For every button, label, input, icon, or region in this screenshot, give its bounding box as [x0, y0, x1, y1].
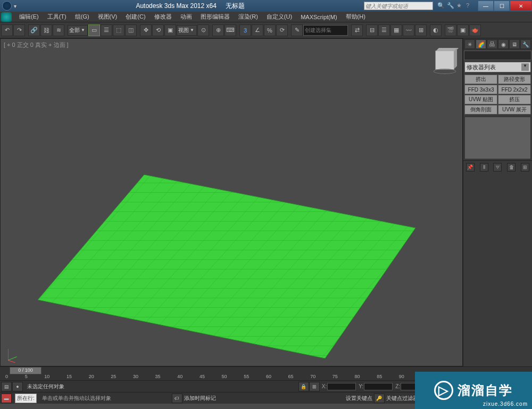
- menu-views[interactable]: 视图(V): [94, 12, 122, 22]
- select-manipulate-icon[interactable]: ⊕: [212, 24, 224, 36]
- maximize-button[interactable]: ☐: [494, 1, 510, 11]
- schematic-view-icon[interactable]: ⊞: [415, 24, 427, 36]
- ref-coord-system[interactable]: 视图▼: [177, 25, 197, 36]
- configure-sets-icon[interactable]: ⊞: [521, 163, 529, 171]
- display-tab-icon[interactable]: 🖥: [509, 39, 520, 49]
- utilities-tab-icon[interactable]: 🔧: [520, 39, 531, 49]
- hierarchy-tab-icon[interactable]: 品: [487, 39, 497, 49]
- lock-selection-icon[interactable]: 🔒: [298, 382, 309, 391]
- menu-bar: 编辑(E) 工具(T) 组(G) 视图(V) 创建(C) 修改器 动画 图形编辑…: [0, 12, 532, 22]
- minimize-button[interactable]: —: [478, 1, 494, 11]
- key-mode-icon[interactable]: 🔑: [374, 394, 385, 403]
- angle-snap-icon[interactable]: ∠: [252, 24, 263, 36]
- pin-stack-icon[interactable]: 📌: [466, 163, 475, 171]
- menu-help[interactable]: 帮助(H): [342, 12, 370, 22]
- menu-edit[interactable]: 编辑(E): [15, 12, 43, 22]
- menu-maxscript[interactable]: MAXScript(M): [296, 13, 341, 21]
- selection-filter[interactable]: 全部▼: [68, 25, 88, 36]
- window-crossing-icon[interactable]: ◫: [125, 24, 137, 36]
- edit-named-sel-icon[interactable]: ✎: [291, 24, 303, 36]
- menu-rendering[interactable]: 渲染(R): [234, 12, 262, 22]
- select-object-icon[interactable]: ▭: [88, 24, 100, 36]
- named-selection-input[interactable]: [303, 25, 348, 36]
- layers-icon[interactable]: ☰: [378, 24, 390, 36]
- menu-group[interactable]: 组(G): [71, 12, 94, 22]
- object-name-input[interactable]: [464, 51, 531, 60]
- bind-spacewarp-icon[interactable]: ≋: [53, 24, 64, 36]
- use-center-icon[interactable]: ⊙: [197, 24, 209, 36]
- app-title: Autodesk 3ds Max 2012 x64: [136, 2, 216, 10]
- select-scale-icon[interactable]: ▣: [164, 24, 176, 36]
- setkey-button[interactable]: 设置关键点: [346, 395, 372, 402]
- rendered-frame-icon[interactable]: ▣: [457, 24, 469, 36]
- modifier-stack[interactable]: [464, 117, 531, 159]
- redo-icon[interactable]: ↷: [13, 24, 25, 36]
- modify-tab-icon[interactable]: 🌈: [476, 39, 486, 49]
- select-rotate-icon[interactable]: ⟲: [152, 24, 164, 36]
- select-region-icon[interactable]: ⬚: [113, 24, 124, 36]
- menu-animation[interactable]: 动画: [176, 12, 196, 22]
- modifier-btn-pathdeform[interactable]: 路径变形: [498, 75, 531, 84]
- x-coord-input[interactable]: [327, 383, 356, 390]
- percent-snap-icon[interactable]: %: [264, 24, 276, 36]
- app-logo-icon[interactable]: [2, 1, 12, 11]
- create-tab-icon[interactable]: ✳: [464, 39, 475, 49]
- infocenter-help-icon[interactable]: ?: [466, 2, 473, 10]
- modifier-btn-uvwmap[interactable]: UVW 贴图: [464, 95, 497, 104]
- menu-modifiers[interactable]: 修改器: [150, 12, 176, 22]
- watermark: ▷ 溜溜自学 zixue.3d66.com: [415, 372, 532, 409]
- maxscript-mini-icon[interactable]: ▤: [1, 382, 12, 391]
- spinner-snap-icon[interactable]: ⟳: [276, 24, 288, 36]
- modifier-btn-ffd2[interactable]: FFD 2x2x2: [498, 85, 531, 94]
- close-button[interactable]: ✕: [510, 1, 532, 11]
- motion-tab-icon[interactable]: ◉: [498, 39, 509, 49]
- modifier-list-dropdown[interactable]: 修改器列表▼: [464, 62, 531, 72]
- command-panel: ✳ 🌈 品 ◉ 🖥 🔧 修改器列表▼ 挤出 路径变形 FFD 3x3x3 FFD…: [463, 38, 532, 366]
- modifier-btn-push[interactable]: 挤压: [498, 95, 531, 104]
- mirror-icon[interactable]: ⇄: [351, 24, 363, 36]
- main-toolbar: ↶ ↷ 🔗 ⛓ ≋ 全部▼ ▭ ☰ ⬚ ◫ ✥ ⟲ ▣ 视图▼ ⊙ ⊕ ⌨ 3 …: [0, 22, 532, 38]
- menu-create[interactable]: 创建(C): [121, 12, 149, 22]
- viewcube[interactable]: [431, 50, 458, 76]
- macro-rec-icon[interactable]: ●: [12, 382, 23, 391]
- search-input[interactable]: [364, 2, 433, 10]
- snap-toggle-icon[interactable]: 3: [239, 24, 251, 36]
- modifier-btn-ffd3[interactable]: FFD 3x3x3: [464, 85, 497, 94]
- align-icon[interactable]: ⊟: [366, 24, 378, 36]
- time-slider-handle[interactable]: 0 / 100: [10, 367, 41, 374]
- row-label: 所在行:: [15, 394, 37, 403]
- infocenter-search-icon[interactable]: 🔍: [437, 2, 445, 10]
- plane-object[interactable]: [27, 135, 431, 358]
- add-time-tag-label[interactable]: 添加时间标记: [184, 395, 216, 402]
- add-time-tag-icon[interactable]: 🏷: [172, 394, 182, 403]
- graphite-icon[interactable]: ▦: [390, 24, 402, 36]
- link-icon[interactable]: 🔗: [28, 24, 40, 36]
- material-editor-icon[interactable]: ◐: [430, 24, 442, 36]
- modifier-rollout: [463, 174, 532, 366]
- modifier-btn-extrude[interactable]: 挤出: [464, 75, 497, 84]
- select-by-name-icon[interactable]: ☰: [101, 24, 112, 36]
- y-coord-input[interactable]: [364, 383, 393, 390]
- menu-tools[interactable]: 工具(T): [43, 12, 71, 22]
- menu-customize[interactable]: 自定义(U): [262, 12, 296, 22]
- menu-graph-editors[interactable]: 图形编辑器: [196, 12, 234, 22]
- modifier-btn-uvwunwrap[interactable]: UVW 展开: [498, 105, 531, 114]
- infocenter-star-icon[interactable]: ★: [456, 2, 464, 10]
- make-unique-icon[interactable]: ⩔: [493, 163, 502, 171]
- modifier-btn-bevelprofile[interactable]: 倒角剖面: [464, 105, 497, 114]
- show-end-result-icon[interactable]: Ⅱ: [480, 163, 488, 171]
- app-menu-icon[interactable]: [1, 12, 12, 22]
- viewport[interactable]: [ + 0 正交 0 真实 + 边面 ]: [0, 38, 463, 366]
- render-setup-icon[interactable]: 🎬: [445, 24, 456, 36]
- render-production-icon[interactable]: 🫖: [469, 24, 481, 36]
- isolate-icon[interactable]: ▬: [1, 394, 12, 403]
- undo-icon[interactable]: ↶: [1, 24, 13, 36]
- absolute-mode-icon[interactable]: ⊞: [309, 382, 320, 391]
- infocenter-key-icon[interactable]: 🔧: [447, 2, 454, 10]
- viewport-label[interactable]: [ + 0 正交 0 真实 + 边面 ]: [4, 41, 69, 49]
- unlink-icon[interactable]: ⛓: [40, 24, 52, 36]
- curve-editor-icon[interactable]: 〰: [403, 24, 414, 36]
- select-move-icon[interactable]: ✥: [140, 24, 152, 36]
- remove-modifier-icon[interactable]: 🗑: [507, 163, 516, 171]
- keyboard-shortcut-icon[interactable]: ⌨: [225, 24, 236, 36]
